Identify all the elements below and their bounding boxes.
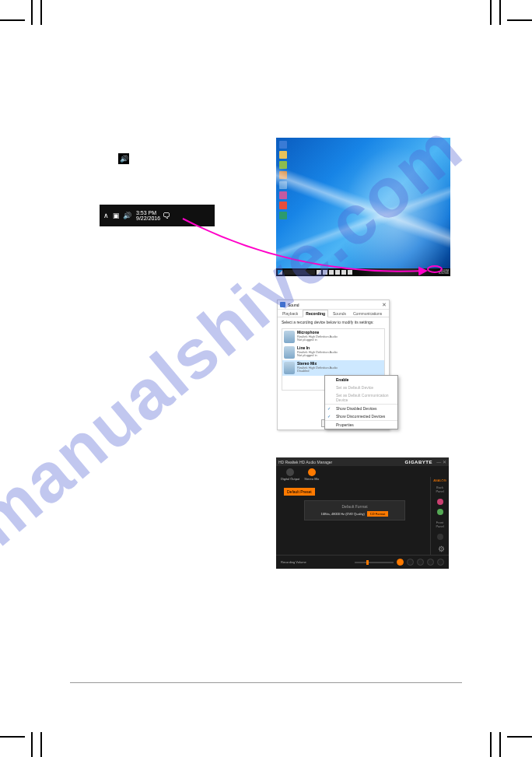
crop-mark [499,0,501,25]
nav-dot[interactable] [437,559,444,566]
tab-playback[interactable]: Playback [280,310,300,317]
crop-mark [31,0,33,25]
pinned-app-icon[interactable] [341,270,346,275]
tray-clock[interactable]: 3:53 PM 9/22/2016 [136,210,160,221]
taskbar-date: 9/22/2016 [439,272,449,275]
desktop-icon[interactable] [279,171,287,179]
crop-mark [490,0,492,25]
desktop-icon[interactable] [279,191,287,199]
analog-label: ANALOG [431,477,449,484]
jack-icon[interactable] [437,499,443,505]
nav-dot[interactable] [417,559,424,566]
device-status: Not plugged in [297,354,383,357]
device-item[interactable]: Microphone Realtek High Definition Audio… [282,329,384,345]
titlebar[interactable]: HD Realtek HD Audio Manager GIGABYTE — ✕ [276,457,449,466]
menu-enable[interactable]: Enable [325,376,397,384]
pinned-app-icon[interactable] [329,270,334,275]
highlight-circle [427,265,443,273]
desktop-icon[interactable] [279,202,287,209]
desktop-screenshot: 3:53 PM 9/22/2016 [276,138,450,276]
instruction-text: Select a recording device below to modif… [278,317,389,327]
tab-recording[interactable]: Recording [303,310,328,317]
line-in-icon [284,346,295,359]
nav-dot[interactable] [427,559,434,566]
nav-dot[interactable] [407,559,414,566]
crop-mark [499,732,501,757]
tray-time: 3:53 PM [136,210,160,216]
tab-label: Stereo Mix [304,477,319,481]
tab-strip: Playback Recording Sounds Communications [278,310,389,317]
network-icon[interactable]: ▣ [113,212,120,219]
sound-icon [280,302,285,307]
sound-dialog: Sound ✕ Playback Recording Sounds Commun… [277,300,390,430]
search-box[interactable] [284,270,315,275]
format-value: 16Bits, 48000 Hz (DVD Quality) [321,512,365,516]
window-title: HD Realtek HD Audio Manager [278,460,332,464]
crop-mark [40,732,42,757]
crop-mark [507,19,532,21]
page-divider [70,682,462,683]
recording-volume-label: Recording Volume [281,560,306,564]
brand-label: GIGABYTE [405,460,432,464]
back-panel-label: Back Panel [431,484,449,495]
system-tray: ∧ ▣ 🔊 3:53 PM 9/22/2016 🗨 [100,205,215,226]
cd-format-button[interactable]: CD Format [367,511,389,517]
crop-mark [40,0,42,25]
tray-overflow-icon[interactable]: ∧ [103,212,109,219]
start-button[interactable] [278,270,282,275]
volume-slider[interactable] [355,562,394,563]
jack-icon[interactable] [437,509,443,515]
action-center-icon[interactable]: 🗨 [163,212,170,220]
speaker-icon: 🔊 [118,153,129,164]
titlebar[interactable]: Sound ✕ [278,300,389,310]
tab-label: Digital Output [281,477,299,481]
menu-set-comm[interactable]: Set as Default Communication Device [325,391,397,404]
crop-mark [507,736,532,738]
menu-show-disabled[interactable]: Show Disabled Devices [325,405,397,412]
tab-sounds[interactable]: Sounds [331,310,348,317]
context-menu: Enable Set as Default Device Set as Defa… [324,375,398,429]
stereo-mix-icon [284,362,295,374]
crop-mark [490,732,492,757]
desktop-icon[interactable] [279,212,287,219]
tab-stereo-mix[interactable]: Stereo Mix [304,468,319,481]
desktop-icon[interactable] [279,151,287,159]
crop-mark [0,736,25,738]
desktop-icons [279,141,287,219]
panel-header: Default Format [308,504,401,509]
taskview-icon[interactable] [317,270,321,275]
front-panel-label: Front Panel [431,519,449,530]
tray-date: 9/22/2016 [136,216,160,221]
pinned-app-icon[interactable] [348,270,352,275]
jack-icon[interactable] [437,534,443,540]
output-tabs: Digital Output Stereo Mix [276,466,449,483]
device-item-selected[interactable]: Stereo Mix Realtek High Definition Audio… [282,360,384,376]
menu-show-disconnected[interactable]: Show Disconnected Devices [325,412,397,420]
close-icon[interactable]: ✕ [382,302,387,308]
realtek-window: HD Realtek HD Audio Manager GIGABYTE — ✕… [276,457,449,569]
volume-icon[interactable]: 🔊 [123,212,131,219]
crop-mark [31,732,33,757]
device-status: Disabled [297,370,383,373]
gear-icon[interactable]: ⚙ [438,545,445,553]
taskbar[interactable]: 3:53 PM 9/22/2016 [276,268,450,276]
bottom-bar: Recording Volume [276,555,449,569]
default-preset-button[interactable]: Default Preset [284,488,315,496]
crop-mark [0,19,25,21]
microphone-icon [284,331,295,343]
desktop-icon[interactable] [279,181,287,189]
tab-communications[interactable]: Communications [351,310,384,317]
pinned-app-icon[interactable] [323,270,327,275]
menu-set-default[interactable]: Set as Default Device [325,384,397,391]
desktop-icon[interactable] [279,161,287,169]
pinned-app-icon[interactable] [335,270,340,275]
format-panel: Default Format 16Bits, 48000 Hz (DVD Qua… [304,500,405,520]
desktop-icon[interactable] [279,141,287,149]
menu-properties[interactable]: Properties [325,421,397,429]
dialog-title: Sound [288,303,299,307]
device-item[interactable]: Line In Realtek High Definition Audio No… [282,345,384,360]
device-status: Not plugged in [297,338,383,342]
side-panel: ANALOG Back Panel Front Panel ⚙ [430,477,449,555]
tab-digital-output[interactable]: Digital Output [281,468,299,481]
nav-dot[interactable] [397,559,404,566]
